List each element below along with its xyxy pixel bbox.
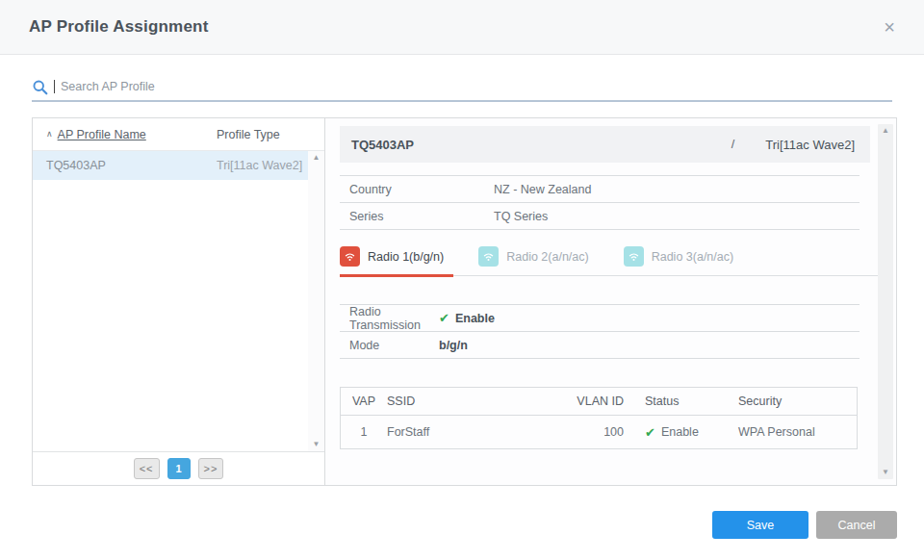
header-status: Status	[624, 395, 727, 408]
cell-security: WPA Personal	[727, 425, 857, 439]
country-value: NZ - New Zealand	[494, 183, 591, 196]
search-bar	[32, 77, 892, 102]
vap-table-header: VAP SSID VLAN ID Status Security	[341, 388, 857, 416]
detail-profile-name: TQ5403AP	[351, 138, 414, 152]
radio-transmission-label: Radio Transmission	[340, 305, 439, 332]
radio-tabs: Radio 1(b/g/n) Radio 2(a/n/ac)	[340, 242, 879, 276]
profile-list-header: ∧ AP Profile Name Profile Type	[33, 118, 324, 151]
scroll-down-icon[interactable]: ▼	[313, 441, 321, 448]
vap-table: VAP SSID VLAN ID Status Security 1 ForSt…	[340, 387, 858, 449]
cell-status: Enable	[661, 425, 699, 439]
detail-title-bar: TQ5403AP / Tri[11ac Wave2]	[340, 126, 870, 163]
check-icon: ✔	[439, 311, 449, 325]
series-value: TQ Series	[494, 210, 548, 223]
search-input[interactable]	[61, 80, 892, 93]
radio-transmission-row: Radio Transmission ✔ Enable	[340, 305, 860, 332]
tab-radio-1[interactable]: Radio 1(b/g/n)	[340, 242, 453, 277]
dialog-title: AP Profile Assignment	[29, 17, 209, 37]
profile-detail-panel: TQ5403AP / Tri[11ac Wave2] Country NZ - …	[325, 118, 896, 485]
cell-vlan-id: 100	[544, 425, 624, 439]
tab-radio-2[interactable]: Radio 2(a/n/ac)	[478, 242, 598, 277]
cell-vap: 1	[341, 425, 387, 439]
header-vap: VAP	[341, 395, 387, 408]
column-header-profile-type[interactable]: Profile Type	[217, 128, 324, 141]
page-next-button[interactable]: >>	[198, 458, 224, 479]
page-prev-button[interactable]: <<	[134, 458, 160, 479]
search-icon	[32, 79, 48, 95]
left-panel-scrollbar[interactable]: ▲ ▼	[308, 151, 324, 451]
sort-asc-icon[interactable]: ∧	[46, 129, 53, 139]
check-icon: ✔	[645, 425, 655, 440]
scroll-up-icon[interactable]: ▲	[882, 127, 889, 135]
radio-transmission-value: Enable	[455, 312, 495, 325]
page-1-button[interactable]: 1	[167, 458, 191, 479]
cell-ssid: ForStaff	[387, 425, 544, 439]
profile-row-selected[interactable]: TQ5403AP Tri[11ac Wave2]	[33, 151, 324, 180]
header-ssid: SSID	[387, 395, 544, 408]
header-security: Security	[727, 395, 857, 408]
radio-settings: Radio Transmission ✔ Enable Mode b/g/n	[340, 304, 860, 359]
text-cursor	[54, 80, 55, 93]
tab-radio-2-label: Radio 2(a/n/ac)	[506, 250, 588, 264]
profile-list-panel: ∧ AP Profile Name Profile Type TQ5403AP …	[33, 118, 325, 485]
tab-radio-1-label: Radio 1(b/g/n)	[368, 250, 444, 264]
detail-fields: Country NZ - New Zealand Series TQ Serie…	[340, 175, 860, 230]
series-label: Series	[340, 210, 494, 223]
detail-separator: /	[732, 138, 734, 151]
close-icon[interactable]: ×	[884, 17, 895, 37]
dialog-header: AP Profile Assignment ×	[0, 0, 924, 55]
mode-value: b/g/n	[439, 339, 468, 352]
profile-list-body: TQ5403AP Tri[11ac Wave2] ▲ ▼	[33, 151, 324, 451]
detail-panel-scrollbar[interactable]: ▲ ▼	[878, 124, 893, 479]
mode-row: Mode b/g/n	[340, 332, 860, 359]
country-label: Country	[340, 183, 494, 196]
cancel-button[interactable]: Cancel	[816, 511, 897, 539]
wifi-icon-cyan	[478, 246, 499, 267]
header-vlan-id: VLAN ID	[544, 395, 624, 408]
field-row-series: Series TQ Series	[340, 203, 860, 230]
detail-profile-type: Tri[11ac Wave2]	[765, 138, 855, 152]
scroll-down-icon[interactable]: ▼	[882, 469, 889, 476]
vap-table-row: 1 ForStaff 100 ✔ Enable WPA Personal	[341, 416, 857, 448]
profile-assignment-body: ∧ AP Profile Name Profile Type TQ5403AP …	[32, 117, 897, 486]
save-button[interactable]: Save	[712, 511, 808, 539]
wifi-icon-cyan	[624, 246, 644, 267]
tab-radio-3[interactable]: Radio 3(a/n/ac)	[624, 242, 743, 277]
field-row-country: Country NZ - New Zealand	[340, 176, 860, 203]
wifi-icon-red	[340, 246, 360, 267]
mode-label: Mode	[340, 339, 439, 352]
profile-row-name: TQ5403AP	[46, 159, 217, 172]
tab-radio-3-label: Radio 3(a/n/ac)	[652, 250, 733, 264]
pagination: << 1 >>	[33, 451, 324, 485]
column-header-profile-name[interactable]: ∧ AP Profile Name	[46, 128, 217, 141]
scroll-up-icon[interactable]: ▲	[313, 154, 321, 162]
